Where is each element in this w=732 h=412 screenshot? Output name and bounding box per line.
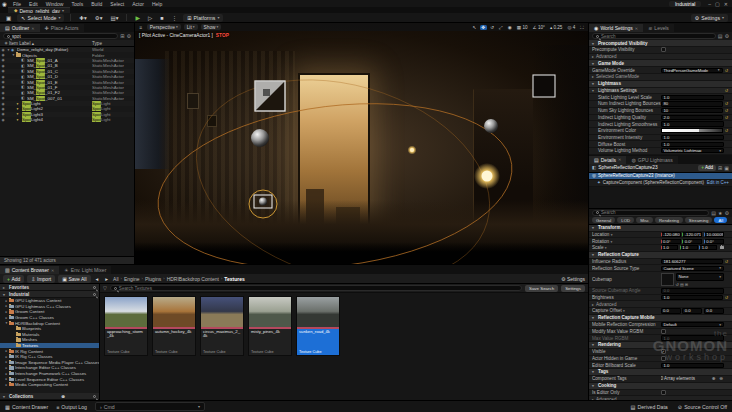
- breadcrumb-hdribackdrop-content[interactable]: HDRIBackdrop Content: [167, 276, 219, 282]
- close-icon[interactable]: ✕: [31, 26, 34, 31]
- reset-to-default-icon[interactable]: ↺: [724, 295, 729, 300]
- component-row-root[interactable]: ◎ SphereReflectionCapture23 (Instance): [589, 173, 732, 180]
- collections-header[interactable]: ▾Collections ⊕: [0, 393, 99, 400]
- derived-data-button[interactable]: ▤ Derived Data: [631, 404, 668, 410]
- outliner-row-demo-relight-day-editor[interactable]: ◉ ▾◉ Demo_relight_day (Editor) World: [0, 47, 134, 52]
- visibility-eye-icon[interactable]: ◉: [0, 107, 6, 111]
- asset-sunken-road-4k[interactable]: sunken_road_4kTexture Cube: [296, 296, 340, 356]
- field-environment-intensity[interactable]: 1.0: [661, 135, 725, 140]
- outliner-row-sm-spot-01-e[interactable]: ◉ ◧ SM_Spot_01_E StaticMeshActor: [0, 79, 134, 84]
- field-max-value-rgbm[interactable]: 1.0: [661, 335, 725, 340]
- visibility-eye-icon[interactable]: ◉: [0, 80, 6, 84]
- play-button[interactable]: ▶: [133, 14, 142, 21]
- visibility-eye-icon[interactable]: ◉: [0, 53, 6, 57]
- checkbox-precompute-visibility[interactable]: [661, 47, 666, 52]
- menu-edit[interactable]: Edit: [25, 1, 42, 7]
- scale-tool-icon[interactable]: ⤢: [498, 25, 505, 30]
- scale-snap-toggle[interactable]: ▴ 0.25: [548, 25, 564, 30]
- filter-chip-lod[interactable]: LOD: [617, 217, 634, 223]
- reset-to-default-icon[interactable]: ↺: [724, 108, 729, 113]
- field-diffuse-boost[interactable]: 1.0: [661, 142, 725, 147]
- viewport-options-icon[interactable]: ≡: [138, 25, 144, 30]
- add-element-icon[interactable]: ⊕: [711, 376, 717, 381]
- field-editor-billboard-scale[interactable]: 1.0: [661, 363, 725, 368]
- outliner-row-spotlight[interactable]: ◉ ▼ SpotLight SpotLight: [0, 101, 134, 106]
- lock-details-icon[interactable]: ▣: [724, 165, 729, 171]
- section-reflection-capture[interactable]: ▾Reflection Capture: [589, 252, 732, 259]
- outliner-row-spotlight2[interactable]: ◉ ▼ SpotLight2 SpotLight: [0, 106, 134, 111]
- save-search-button[interactable]: Save Search: [525, 285, 558, 292]
- visibility-eye-icon[interactable]: ◉: [0, 64, 6, 68]
- frame-skip-button[interactable]: ▷: [146, 15, 154, 21]
- dropdown-mobile-reflection-compression[interactable]: Default▾: [661, 322, 725, 327]
- outliner-row-sm-spot-01-a[interactable]: ◉ ◧ SM_Spot_01_A StaticMeshActor: [0, 58, 134, 63]
- platforms-dropdown[interactable]: ⊞ Platforms▾: [183, 14, 223, 22]
- expander-selected-gamemode[interactable]: ▸Selected GameMode: [589, 74, 732, 81]
- edit-in-cpp-link[interactable]: Edit in C++: [707, 180, 729, 185]
- section-tags[interactable]: ▾Tags: [589, 369, 732, 376]
- dropdown-cubemap[interactable]: None▾: [676, 273, 725, 281]
- forward-icon[interactable]: ▸: [103, 276, 110, 282]
- section-game-mode[interactable]: ▾Game Mode: [589, 60, 732, 67]
- section-reflection-capture-mobile[interactable]: ▾Reflection Capture Mobile: [589, 315, 732, 322]
- view-settings-button[interactable]: Settings: [561, 285, 585, 292]
- view-mode-dropdown[interactable]: Lit▾: [184, 24, 198, 30]
- folder-media-compositing-content[interactable]: ▸Media Compositing Content: [0, 382, 99, 388]
- close-icon[interactable]: ✕: [618, 157, 621, 162]
- tab-content-browser[interactable]: ▥ Content Browser✕: [0, 266, 59, 274]
- outliner-row-sm-spot-01-c[interactable]: ◉ ◧ SM_Spot_01_C StaticMeshActor: [0, 69, 134, 74]
- outliner-row-spotlight3[interactable]: ◉ ▼ SpotLight3 SpotLight: [0, 112, 134, 117]
- outliner-row-sm-spot-01-d[interactable]: ◉ ◧ SM_Spot_01_D StaticMeshActor: [0, 74, 134, 79]
- window-button-1[interactable]: ▢: [713, 1, 722, 7]
- cb-settings-button[interactable]: ⚙ Settings: [561, 276, 585, 282]
- asset-misty-pines-4k[interactable]: misty_pines_4kTexture Cube: [248, 296, 292, 356]
- tab-world-settings[interactable]: ◉ World Settings✕: [589, 24, 643, 32]
- expander-advanced[interactable]: ▸Advanced: [589, 301, 732, 308]
- section-lightmass[interactable]: ▾Lightmass: [589, 81, 732, 88]
- viewport[interactable]: ≡ Perspective▾ Lit▾ Show▾ ↖ ✥ ↺ ⤢ ◉ ▦ 10…: [135, 23, 588, 264]
- cb-import-button[interactable]: ⇩Import: [27, 275, 55, 283]
- window-button-2[interactable]: ✕: [722, 1, 730, 7]
- cb-add-button[interactable]: +Add: [3, 275, 24, 283]
- pilot-stop-button[interactable]: STOP: [216, 33, 229, 38]
- outliner-column-headers[interactable]: ◉ Item Label ▴ Type: [0, 40, 134, 47]
- reset-to-default-icon[interactable]: ↺: [724, 259, 729, 264]
- browse-icon[interactable]: ⊞: [718, 165, 722, 171]
- field-capture-offset-z[interactable]: 0.0: [704, 308, 724, 313]
- sprite-icon-2[interactable]: [533, 75, 555, 97]
- camera-speed-control[interactable]: ◎ 4: [566, 25, 577, 30]
- asset-circus-maximus-2-4k[interactable]: circus_maximus_2_4kTexture Cube: [200, 296, 244, 356]
- section-transform[interactable]: ▾Transform: [589, 225, 732, 232]
- field-influence-radius[interactable]: 181.606277: [661, 259, 723, 264]
- favorites-header[interactable]: ▸Favorites: [0, 284, 99, 291]
- field-num-indirect-lighting-bounces[interactable]: 80: [661, 101, 723, 106]
- breadcrumb-plugins[interactable]: Plugins: [145, 276, 161, 282]
- content-drawer-button[interactable]: ▦ Content Drawer: [5, 404, 48, 410]
- project-header[interactable]: ▾Industrial: [0, 291, 99, 298]
- viewport-scene[interactable]: [135, 23, 588, 264]
- reset-to-default-icon[interactable]: ↺: [724, 88, 729, 93]
- maximize-viewport-icon[interactable]: ⛶: [579, 25, 585, 30]
- filter-chip-misc[interactable]: Misc: [636, 217, 653, 223]
- visibility-eye-icon[interactable]: ◉: [0, 85, 6, 89]
- checkbox-actor-hidden-in-game[interactable]: [661, 356, 666, 361]
- angle-snap-toggle[interactable]: ∠ 10°: [531, 25, 546, 30]
- eject-button[interactable]: ⋮: [170, 15, 180, 21]
- move-tool-icon[interactable]: ✥: [480, 25, 487, 30]
- color-swatch-environment-color[interactable]: [661, 128, 723, 133]
- outliner-settings-icon[interactable]: ⚙: [127, 33, 131, 39]
- folder-interchange-framework-c-classes[interactable]: ▸Interchange Framework C++ Classes: [0, 371, 99, 377]
- favorites-icon[interactable]: ★: [718, 210, 722, 216]
- field-scale-x[interactable]: 1.0: [661, 245, 679, 250]
- reflection-sphere-1[interactable]: [251, 129, 269, 147]
- visibility-eye-icon[interactable]: ◉: [0, 96, 6, 100]
- breadcrumb-textures[interactable]: Textures: [224, 276, 244, 282]
- field-capture-offset-x[interactable]: 0.0: [661, 308, 681, 313]
- menu-file[interactable]: File: [9, 1, 25, 7]
- clear-array-icon[interactable]: ⊖: [718, 376, 724, 381]
- visibility-eye-icon[interactable]: ◉: [0, 112, 6, 116]
- field-brightness[interactable]: 1.0: [661, 295, 723, 300]
- add-component-button[interactable]: + Add: [698, 165, 716, 171]
- visibility-eye-icon[interactable]: ◉: [0, 75, 6, 79]
- grid-snap-toggle[interactable]: ▦ 10: [515, 25, 529, 30]
